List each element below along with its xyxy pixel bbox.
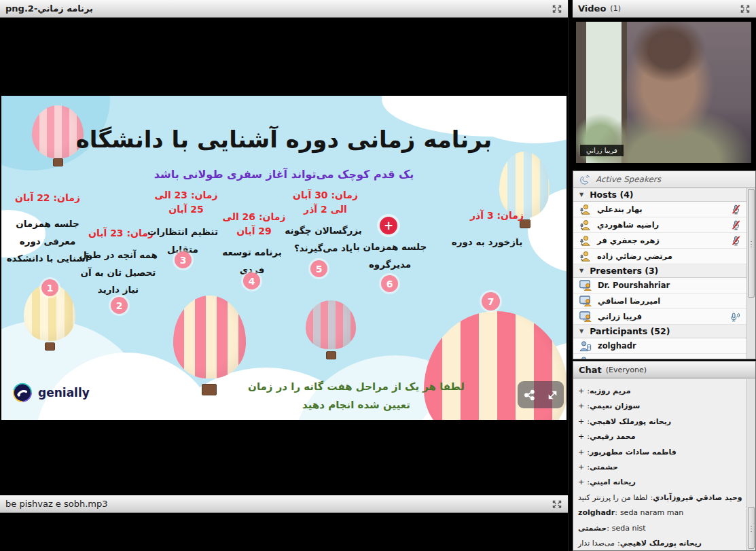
fullscreen-icon[interactable]	[552, 4, 562, 14]
infographic-subtitle: یک قدم کوچک می‌تواند آغاز سفری طولانی با…	[83, 168, 485, 181]
collapse-triangle-icon[interactable]: ▼	[579, 192, 583, 198]
attendee-list: ▼ Hosts (4) بهار بندعلي راضيه شاهوردي زه…	[573, 188, 746, 359]
host-icon	[579, 251, 591, 262]
audio-pod-title: be pishvaz e sobh.mp3	[5, 499, 108, 509]
attendee-row[interactable]: Dr. Pourshahriar	[573, 278, 746, 294]
chat-message: ريحانه پورملک لاهيجي:+	[578, 414, 742, 429]
video-count: (1)	[610, 4, 621, 13]
chat-message: حشمتی:seda nist	[578, 521, 742, 536]
scrollbar-thumb[interactable]	[748, 189, 755, 298]
attendee-name: فريبا زراني	[598, 312, 642, 321]
webcam-feed: فريبا زراني	[576, 22, 751, 163]
presenter-icon	[579, 280, 592, 291]
chat-message: ريحانه اميني:+	[578, 475, 742, 490]
video-pod: Video (1) فريبا زراني	[573, 0, 756, 169]
chat-author: محمد رفيعي	[590, 432, 636, 441]
attendee-row[interactable]: فريبا زراني	[573, 309, 746, 325]
step-number[interactable]: 3	[175, 251, 192, 268]
infographic-title: برنامه زمانی دوره آشنایی با دانشگاه	[42, 126, 526, 153]
chat-text: +	[578, 402, 584, 410]
step-number[interactable]: 7	[482, 292, 500, 310]
attendee-name: اميررضا اصنافي	[598, 296, 660, 306]
genially-icon	[12, 383, 33, 403]
genially-logo[interactable]: genially	[12, 383, 90, 403]
chat-text: seda naram man	[620, 508, 683, 517]
video-content: فريبا زراني	[573, 18, 756, 169]
share-icon[interactable]	[524, 389, 535, 401]
active-speakers-label: Active Speakers	[596, 175, 661, 184]
share-pod-titlebar[interactable]: برنامه زماني-2.png	[0, 0, 568, 18]
fullscreen-icon[interactable]	[740, 4, 751, 14]
audio-share-pod: be pishvaz e sobh.mp3	[0, 495, 569, 551]
collapse-triangle-icon[interactable]: ▼	[579, 268, 583, 274]
collapse-triangle-icon[interactable]: ▼	[579, 328, 583, 334]
meeting-window: برنامه زماني-2.png	[0, 0, 756, 551]
attendee-row[interactable]: zolghadr	[573, 338, 746, 354]
chat-pod: Chat (Everyone) مريم روزبه:+ سوزان نعيمي…	[573, 361, 756, 551]
balloon-basket	[326, 351, 336, 359]
step-number[interactable]: 4	[243, 272, 260, 289]
mic-muted-icon	[732, 220, 740, 230]
attendees-pod: Active Speakers ▼ Hosts (4) بهار بندعلي …	[573, 171, 756, 359]
share-pod-title: برنامه زماني-2.png	[5, 3, 93, 14]
step-date: زمان: 23 الی 25 آبان	[152, 188, 220, 217]
section-hosts[interactable]: ▼ Hosts (4)	[573, 188, 746, 202]
step-plus-button[interactable]: +	[380, 217, 397, 234]
chat-message: zolghadr:seda naram man	[578, 505, 742, 520]
phone-icon	[579, 175, 591, 185]
attendees-scrollbar[interactable]	[746, 188, 755, 359]
chat-author: حشمتی	[590, 463, 618, 472]
balloon-basket	[45, 342, 55, 351]
mic-active-icon	[730, 312, 740, 322]
step-number[interactable]: 6	[381, 275, 398, 292]
chat-message: سوزان نعيمي:+	[578, 399, 742, 414]
chat-author: ريحانه پورملک لاهيجي	[620, 539, 702, 548]
host-icon	[579, 235, 591, 246]
scrollbar-thumb[interactable]	[748, 507, 755, 549]
balloon-basket	[202, 384, 217, 395]
chat-message: محمد رفيعي:+	[578, 429, 742, 444]
attendee-row[interactable]: راضيه شاهوردي	[573, 217, 746, 233]
chat-text: +	[578, 417, 584, 426]
step-date: زمان: 22 آبان	[7, 191, 88, 205]
step-desc: بازخورد به دوره	[439, 234, 535, 251]
chat-pod-titlebar[interactable]: Chat (Everyone)	[573, 361, 755, 378]
step-number[interactable]: 5	[310, 260, 327, 277]
chat-scrollbar[interactable]	[746, 379, 755, 550]
section-presenters[interactable]: ▼ Presenters (3)	[573, 264, 746, 278]
participant-icon	[579, 356, 592, 359]
attendee-row[interactable]: اميررضا اصنافي	[573, 294, 746, 309]
attendee-name: zolghadr	[598, 341, 636, 351]
attendee-row[interactable]: زهره جعفري فر	[573, 233, 746, 249]
step-number[interactable]: 2	[111, 297, 128, 314]
chat-author: سوزان نعيمي	[590, 402, 640, 410]
fullscreen-icon[interactable]	[552, 499, 562, 509]
section-participants[interactable]: ▼ Participants (52)	[573, 325, 746, 338]
chat-author: ريحانه اميني	[590, 478, 636, 486]
attendee-name: مرتضي رضائي زاده	[597, 251, 672, 261]
attendee-row[interactable]	[573, 354, 746, 359]
chat-text: +	[578, 448, 584, 457]
mic-muted-icon	[732, 236, 740, 246]
step-date: زمان: 26 الی 29 آبان	[220, 210, 288, 238]
audio-pod-titlebar[interactable]: be pishvaz e sobh.mp3	[0, 495, 568, 513]
host-icon	[579, 219, 591, 230]
chat-text: لطفا من را پرزنتر کنيد	[578, 493, 647, 502]
chat-author: مريم روزبه	[590, 387, 631, 395]
attendee-row[interactable]: مرتضي رضائي زاده	[573, 249, 746, 264]
chat-author: ريحانه پورملک لاهيجي	[590, 417, 671, 426]
active-speakers-bar: Active Speakers	[573, 171, 755, 188]
balloon	[306, 300, 356, 349]
expand-icon[interactable]	[547, 389, 558, 401]
attendee-name: زهره جعفري فر	[597, 236, 660, 245]
attendee-name: Dr. Pourshahriar	[598, 281, 670, 290]
step-number[interactable]: 1	[41, 279, 58, 296]
chat-message: مريم روزبه:+	[578, 384, 742, 399]
video-pod-titlebar[interactable]: Video (1)	[573, 0, 756, 18]
balloon	[173, 296, 246, 378]
mic-muted-icon	[732, 205, 740, 215]
attendee-row[interactable]: بهار بندعلي	[573, 202, 746, 217]
chat-text: +	[578, 478, 584, 486]
section-label: Presenters (3)	[590, 266, 658, 276]
presenter-icon	[579, 296, 592, 306]
